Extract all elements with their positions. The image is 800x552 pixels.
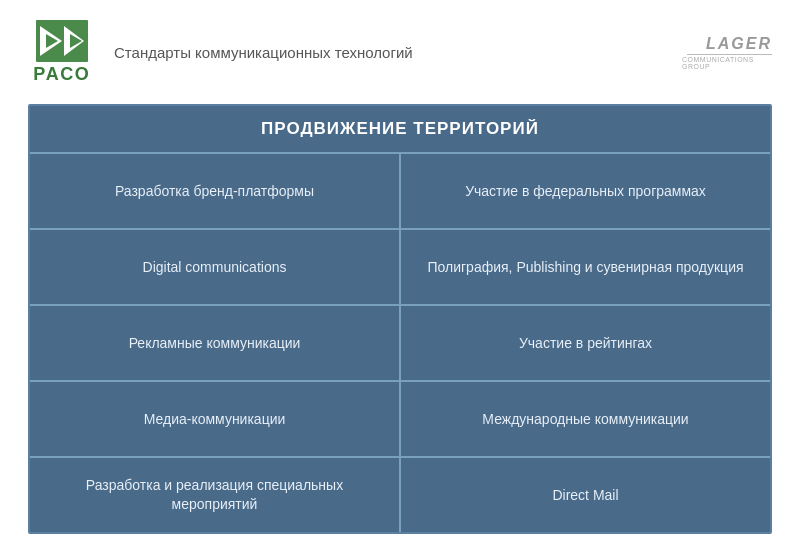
table-cell-left: Разработка бренд-платформы xyxy=(30,154,401,228)
table-row: Digital communicationsПолиграфия, Publis… xyxy=(30,228,770,304)
table-row: Медиа-коммуникацииМеждународные коммуник… xyxy=(30,380,770,456)
logo-box: РАСО xyxy=(28,18,96,86)
table-row: Разработка и реализация специальных меро… xyxy=(30,456,770,532)
table-row: Рекламные коммуникацииУчастие в рейтинга… xyxy=(30,304,770,380)
table-cell-right: Участие в федеральных программах xyxy=(401,154,770,228)
page: РАСО Стандарты коммуникационных технолог… xyxy=(0,0,800,552)
logo-text: РАСО xyxy=(33,64,91,85)
table-cell-left: Digital communications xyxy=(30,230,401,304)
header-logo-right: LAGER COMMUNICATIONS GROUP xyxy=(682,32,772,72)
table-cell-right: Direct Mail xyxy=(401,458,770,532)
table-cell-right: Участие в рейтингах xyxy=(401,306,770,380)
table-heading: ПРОДВИЖЕНИЕ ТЕРРИТОРИЙ xyxy=(30,106,770,152)
table-cell-left: Разработка и реализация специальных меро… xyxy=(30,458,401,532)
table-cell-right: Полиграфия, Publishing и сувенирная прод… xyxy=(401,230,770,304)
lager-logo-text: LAGER xyxy=(706,35,772,53)
table-cell-left: Медиа-коммуникации xyxy=(30,382,401,456)
table-body: Разработка бренд-платформыУчастие в феде… xyxy=(30,152,770,532)
table-cell-left: Рекламные коммуникации xyxy=(30,306,401,380)
main-table: ПРОДВИЖЕНИЕ ТЕРРИТОРИЙ Разработка бренд-… xyxy=(28,104,772,534)
lager-tagline: COMMUNICATIONS GROUP xyxy=(682,56,772,70)
table-cell-right: Международные коммуникации xyxy=(401,382,770,456)
header: РАСО Стандарты коммуникационных технолог… xyxy=(28,18,772,86)
header-left: РАСО Стандарты коммуникационных технолог… xyxy=(28,18,413,86)
raco-logo-icon xyxy=(36,20,88,62)
header-title: Стандарты коммуникационных технологий xyxy=(114,44,413,61)
table-row: Разработка бренд-платформыУчастие в феде… xyxy=(30,152,770,228)
